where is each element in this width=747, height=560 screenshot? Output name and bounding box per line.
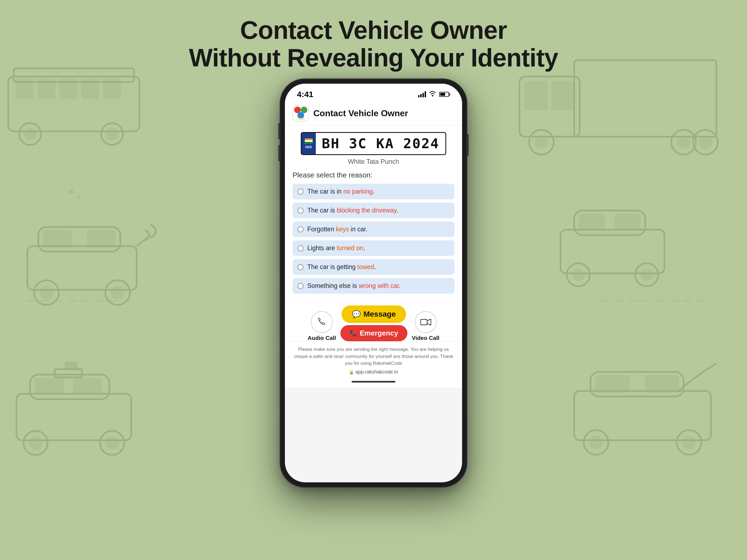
svg-point-8 xyxy=(25,128,35,139)
svg-rect-30 xyxy=(561,230,664,274)
app-logo: CODE xyxy=(292,105,309,121)
home-bar xyxy=(352,381,395,383)
radio-circle-3[interactable] xyxy=(298,226,304,232)
main-card: IND BH 3C KA 2024 White Tata Punch Pleas… xyxy=(285,126,462,300)
app-header-title: Contact Vehicle Owner xyxy=(313,108,408,119)
svg-point-44 xyxy=(29,437,42,449)
header-line1: Contact Vehicle Owner xyxy=(0,17,747,44)
phone-screen: 4:41 xyxy=(285,84,462,482)
lock-icon: 🔒 xyxy=(349,370,354,374)
radio-circle-6[interactable] xyxy=(298,283,304,289)
video-call-label: Video Call xyxy=(412,335,439,341)
status-bar: 4:41 xyxy=(285,84,462,101)
svg-rect-40 xyxy=(35,379,63,394)
svg-rect-13 xyxy=(525,82,547,109)
svg-point-18 xyxy=(677,136,690,148)
svg-point-46 xyxy=(106,437,118,449)
svg-point-16 xyxy=(535,136,547,148)
svg-rect-24 xyxy=(87,231,115,248)
vehicle-description: White Tata Punch xyxy=(348,158,399,166)
video-call-button[interactable] xyxy=(415,311,437,333)
reason-section: Please select the reason: The car is in … xyxy=(292,171,455,294)
svg-rect-41 xyxy=(74,379,101,394)
svg-point-63 xyxy=(432,95,433,97)
india-flag xyxy=(305,138,313,144)
svg-point-10 xyxy=(107,128,118,139)
reason-option-6[interactable]: Something else is wrong with car. xyxy=(292,278,455,294)
header-line2: Without Revealing Your Identity xyxy=(0,44,747,72)
phone-icon: 📞 xyxy=(350,330,357,337)
emergency-button[interactable]: 📞 Emergency xyxy=(340,325,407,341)
radio-circle-5[interactable] xyxy=(298,264,304,270)
svg-point-65 xyxy=(301,107,307,113)
reason-prompt: Please select the reason: xyxy=(292,171,455,179)
svg-point-55 xyxy=(683,436,695,449)
home-indicator xyxy=(285,378,462,387)
svg-rect-68 xyxy=(420,320,427,325)
svg-rect-2 xyxy=(17,79,33,98)
reason-option-5[interactable]: The car is getting towed. xyxy=(292,259,455,275)
svg-rect-4 xyxy=(60,79,77,98)
svg-point-20 xyxy=(699,136,712,148)
audio-call-label: Audio Call xyxy=(308,335,336,341)
status-icons xyxy=(418,91,450,98)
reason-option-2[interactable]: The car is blocking the driveway. xyxy=(292,203,455,218)
reason-options-list: The car is in no parking. The car is blo… xyxy=(292,184,455,294)
app-header: CODE Contact Vehicle Owner xyxy=(285,101,462,126)
license-plate: IND BH 3C KA 2024 xyxy=(301,132,446,155)
audio-call-container: Audio Call xyxy=(308,311,336,341)
svg-point-26 xyxy=(41,286,52,299)
svg-point-37 xyxy=(641,269,652,280)
svg-point-60 xyxy=(78,195,81,199)
video-call-container: Video Call xyxy=(412,311,439,341)
license-plate-wrapper: IND BH 3C KA 2024 White Tata Punch xyxy=(292,132,455,166)
status-time: 4:41 xyxy=(297,90,313,99)
phone-outer-shell: 4:41 xyxy=(281,79,466,487)
footer-disclaimer: Please make sure you are sending the rig… xyxy=(292,346,455,367)
svg-rect-47 xyxy=(66,362,77,369)
country-code: IND xyxy=(305,145,312,149)
svg-rect-51 xyxy=(645,376,678,392)
svg-rect-32 xyxy=(579,215,604,230)
radio-circle-1[interactable] xyxy=(298,189,304,195)
svg-rect-21 xyxy=(27,246,137,290)
app-footer: Please make sure you are sending the rig… xyxy=(285,341,462,378)
svg-point-28 xyxy=(111,286,124,299)
svg-point-59 xyxy=(69,189,73,194)
svg-point-53 xyxy=(590,436,602,449)
radio-circle-4[interactable] xyxy=(298,245,304,251)
message-icon: 💬 xyxy=(352,310,361,319)
reason-option-4[interactable]: Lights are turned on. xyxy=(292,240,455,256)
svg-rect-42 xyxy=(55,369,82,377)
reason-option-3[interactable]: Forgotten keys in car. xyxy=(292,222,455,237)
svg-rect-3 xyxy=(38,79,55,98)
message-label: Message xyxy=(363,310,396,319)
svg-point-35 xyxy=(573,269,584,280)
plate-ind-section: IND xyxy=(302,133,316,154)
wifi-icon xyxy=(429,91,436,98)
action-row: Audio Call 💬 Message 📞 Emergency xyxy=(290,305,457,341)
audio-call-button[interactable] xyxy=(311,311,333,333)
svg-text:CODE: CODE xyxy=(297,117,305,120)
signal-icon xyxy=(418,91,426,97)
plate-number: BH 3C KA 2024 xyxy=(316,133,445,154)
svg-rect-5 xyxy=(82,79,98,98)
svg-rect-38 xyxy=(17,394,131,440)
action-bar: Audio Call 💬 Message 📞 Emergency xyxy=(285,300,462,341)
svg-rect-23 xyxy=(44,231,71,248)
content-area: IND BH 3C KA 2024 White Tata Punch Pleas… xyxy=(285,126,462,482)
message-button[interactable]: 💬 Message xyxy=(341,305,406,323)
emergency-label: Emergency xyxy=(360,329,398,337)
svg-rect-50 xyxy=(596,376,629,392)
svg-point-64 xyxy=(294,107,301,113)
message-emergency-stack: 💬 Message 📞 Emergency xyxy=(340,305,407,341)
reason-option-1[interactable]: The car is in no parking. xyxy=(292,184,455,199)
radio-circle-2[interactable] xyxy=(298,207,304,213)
footer-url: 🔒 app.rakshakcode.in xyxy=(292,369,455,375)
phone-device: 4:41 xyxy=(281,79,466,487)
battery-icon xyxy=(439,92,450,97)
svg-rect-6 xyxy=(104,79,120,98)
svg-rect-48 xyxy=(574,391,711,440)
page-header: Contact Vehicle Owner Without Revealing … xyxy=(0,17,747,72)
svg-rect-14 xyxy=(552,82,574,109)
